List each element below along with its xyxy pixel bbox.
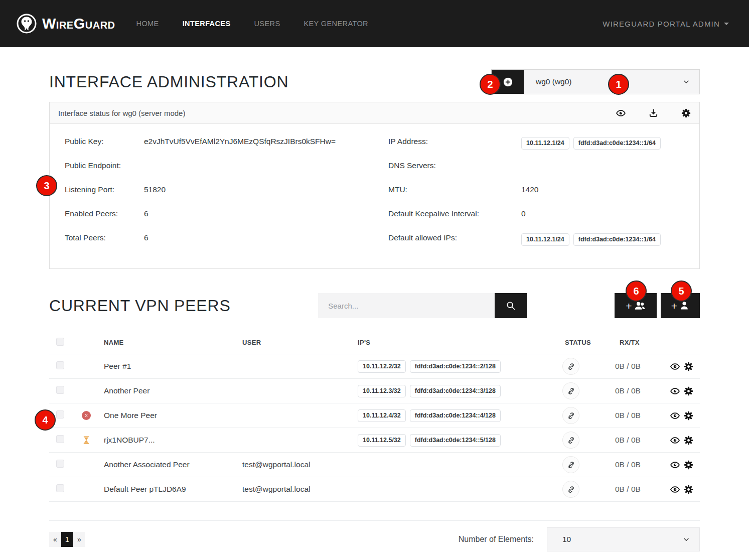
- link-off-icon: [562, 456, 579, 473]
- search-button[interactable]: [495, 293, 527, 318]
- table-row: Another Peer 10.11.12.3/32 fdfd:d3ad:c0d…: [49, 379, 700, 403]
- eye-icon[interactable]: [616, 108, 626, 118]
- chevron-down-icon: [682, 78, 690, 86]
- nav-item-users[interactable]: USERS: [254, 20, 280, 28]
- mtu-label: MTU:: [388, 185, 521, 194]
- table-row: Default Peer pTLJD6A9 test@wgportal.loca…: [49, 477, 700, 502]
- ip-address-badge: fdfd:d3ad:c0de:1234::1/64: [573, 137, 661, 150]
- col-ips: IP'S: [358, 339, 557, 346]
- peer-name: Peer #1: [104, 362, 242, 371]
- gear-icon[interactable]: [681, 108, 691, 118]
- annotation-badge-4: 4: [35, 409, 56, 431]
- pagination-next-button[interactable]: »: [73, 532, 85, 547]
- row-checkbox[interactable]: [56, 460, 64, 468]
- peer-name: Another Associated Peer: [104, 460, 242, 469]
- row-checkbox[interactable]: [56, 410, 64, 418]
- total-peers-label: Total Peers:: [65, 233, 144, 242]
- peer-name: Default Peer pTLJD6A9: [104, 485, 242, 494]
- link-off-icon: [562, 432, 579, 449]
- peers-title: CURRENT VPN PEERS: [49, 297, 231, 315]
- enabled-peers-value: 6: [144, 209, 148, 218]
- ip-address-badge: 10.11.12.1/24: [521, 137, 569, 150]
- peer-name: Another Peer: [104, 386, 242, 395]
- allowed-ips-label: Default allowed IPs:: [388, 233, 521, 242]
- wireguard-logo-icon: [16, 13, 37, 34]
- chevron-down-icon: [682, 535, 690, 543]
- peer-ip-badge: fdfd:d3ad:c0de:1234::4/128: [410, 409, 501, 422]
- caret-down-icon: [724, 23, 729, 25]
- link-off-icon: [562, 358, 579, 375]
- pagination-page-1-button[interactable]: 1: [61, 532, 73, 547]
- edit-peer-icon[interactable]: [684, 460, 693, 470]
- row-checkbox[interactable]: [56, 484, 64, 492]
- view-peer-icon[interactable]: [670, 436, 680, 445]
- expired-icon: [82, 411, 91, 420]
- allowed-ip-badge: fdfd:d3ad:c0de:1234::1/64: [573, 233, 661, 246]
- hourglass-icon: [82, 436, 104, 445]
- elements-select-value: 10: [562, 535, 682, 544]
- annotation-badge-6: 6: [626, 281, 647, 302]
- interface-select-group: wg0 (wg0): [491, 69, 700, 94]
- peer-ip-badge: fdfd:d3ad:c0de:1234::2/128: [410, 360, 501, 373]
- nav-item-key-generator[interactable]: KEY GENERATOR: [304, 20, 368, 28]
- edit-peer-icon[interactable]: [684, 386, 693, 396]
- search-input[interactable]: [318, 293, 495, 318]
- person-icon: [679, 301, 689, 311]
- edit-peer-icon[interactable]: [684, 485, 693, 494]
- enabled-peers-label: Enabled Peers:: [65, 209, 144, 218]
- public-endpoint-label: Public Endpoint:: [65, 161, 144, 170]
- keepalive-label: Default Keepalive Interval:: [388, 209, 521, 218]
- download-icon[interactable]: [649, 108, 658, 118]
- public-key-value: e2vJhTvUf5VvEfAMl2YnJ6MEzQSfqRszJIBrs0kS…: [144, 137, 336, 146]
- link-off-icon: [562, 407, 579, 424]
- peer-name: rjx1NOBUP7...: [104, 436, 242, 445]
- view-peer-icon[interactable]: [670, 386, 680, 396]
- view-peer-icon[interactable]: [670, 485, 680, 494]
- nav-item-home[interactable]: HOME: [136, 20, 159, 28]
- page-title: INTERFACE ADMINISTRATION: [49, 73, 288, 91]
- table-footer-spacer: [49, 502, 700, 521]
- pagination: « 1 »: [49, 532, 85, 547]
- elements-select[interactable]: 10: [547, 527, 700, 551]
- peer-ip-badge: 10.11.12.2/32: [358, 360, 406, 373]
- edit-peer-icon[interactable]: [684, 436, 693, 445]
- interface-status-header: Interface status for wg0 (server mode): [50, 102, 699, 124]
- col-user: USER: [242, 339, 358, 346]
- peer-user: test@wgportal.local: [242, 460, 358, 469]
- brand-name: WireGuard: [42, 16, 115, 32]
- peer-ip-badge: 10.11.12.5/32: [358, 434, 406, 447]
- col-name: NAME: [104, 339, 242, 346]
- navbar: WireGuard HOME INTERFACES USERS KEY GENE…: [0, 0, 749, 47]
- peer-name: One More Peer: [104, 411, 242, 420]
- table-row: One More Peer 10.11.12.4/32 fdfd:d3ad:c0…: [49, 403, 700, 428]
- brand[interactable]: WireGuard: [16, 13, 115, 34]
- table-row: rjx1NOBUP7... 10.11.12.5/32 fdfd:d3ad:c0…: [49, 428, 700, 453]
- plus-icon: +: [671, 301, 677, 311]
- listening-port-label: Listening Port:: [65, 185, 144, 194]
- dns-servers-label: DNS Servers:: [388, 161, 521, 170]
- view-peer-icon[interactable]: [670, 460, 680, 470]
- user-menu-dropdown[interactable]: WIREGUARD PORTAL ADMIN: [603, 20, 729, 28]
- pagination-prev-button[interactable]: «: [49, 532, 61, 547]
- select-all-checkbox[interactable]: [56, 338, 64, 346]
- plus-circle-icon: [503, 77, 513, 87]
- nav-item-interfaces[interactable]: INTERFACES: [183, 20, 231, 28]
- row-checkbox[interactable]: [56, 361, 64, 369]
- link-off-icon: [562, 382, 579, 399]
- nav-items: HOME INTERFACES USERS KEY GENERATOR: [136, 20, 368, 28]
- view-peer-icon[interactable]: [670, 411, 680, 421]
- peer-rxtx: 0B / 0B: [615, 362, 670, 371]
- peer-rxtx: 0B / 0B: [615, 386, 670, 395]
- peer-user: test@wgportal.local: [242, 485, 358, 494]
- annotation-badge-2: 2: [480, 74, 501, 95]
- edit-peer-icon[interactable]: [684, 362, 693, 371]
- wireguard-portal-page: WireGuard HOME INTERFACES USERS KEY GENE…: [0, 0, 749, 560]
- keepalive-value: 0: [521, 209, 526, 218]
- view-peer-icon[interactable]: [670, 362, 680, 371]
- edit-peer-icon[interactable]: [684, 411, 693, 421]
- table-header: NAME USER IP'S STATUS RX/TX: [49, 331, 700, 354]
- ip-address-label: IP Address:: [388, 137, 521, 146]
- interface-status-card: Interface status for wg0 (server mode) P…: [49, 102, 700, 269]
- row-checkbox[interactable]: [56, 386, 64, 394]
- row-checkbox[interactable]: [56, 435, 64, 443]
